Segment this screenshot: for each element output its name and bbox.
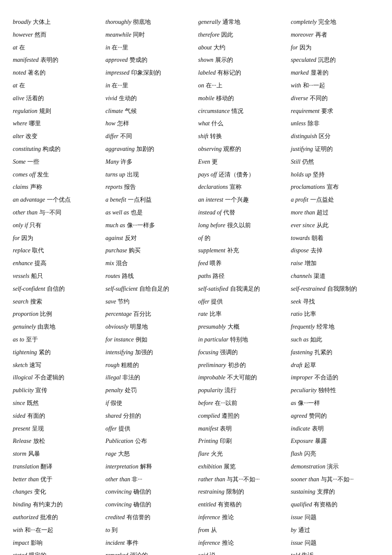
vocab-entry: popularity流行 — [198, 385, 287, 396]
vocab-english: such as — [291, 335, 309, 345]
vocab-chinese: 印刷 — [220, 436, 232, 446]
vocab-entry: labeled有标记的 — [198, 68, 287, 78]
vocab-english: generally — [198, 17, 221, 27]
vocab-entry: impressed印象深刻的 — [106, 68, 194, 78]
vocab-entry: replace取代 — [13, 246, 101, 256]
vocab-chinese: 有约束力的 — [33, 500, 63, 510]
vocab-entry: draft起草 — [291, 360, 380, 370]
vocab-entry: rage大怒 — [106, 449, 194, 459]
vocab-entry: sketch速写 — [13, 360, 101, 370]
vocab-english: convincing — [106, 500, 132, 510]
vocab-english: illogical — [13, 373, 33, 383]
vocab-entry: by通过 — [291, 525, 380, 535]
vocab-entry: Release放松 — [13, 436, 101, 446]
vocab-english: how — [106, 119, 115, 129]
vocab-chinese: 构成的 — [43, 144, 61, 154]
vocab-entry: credited有信誉的 — [106, 512, 194, 523]
vocab-chinese: 然而 — [35, 30, 46, 40]
vocab-entry: Exposure暴露 — [291, 436, 380, 446]
vocab-english: Publication — [106, 436, 133, 446]
vocab-entry: shown展示的 — [198, 55, 287, 65]
vocab-chinese: 补充 — [227, 246, 239, 256]
vocab-english: popularity — [198, 385, 223, 396]
vocab-english: qualified — [291, 500, 312, 510]
vocab-chinese: 问题 — [305, 538, 317, 548]
vocab-chinese: 表明的 — [40, 55, 58, 65]
vocab-entry: enhance提高 — [13, 258, 101, 269]
vocab-english: comes off — [13, 170, 35, 180]
vocab-english: for — [291, 43, 298, 53]
vocab-chinese: 流行 — [225, 385, 236, 396]
vocab-english: marked — [291, 68, 309, 78]
vocab-english: better than — [13, 474, 39, 485]
vocab-english: a profit — [291, 195, 308, 205]
vocab-english: Printing — [198, 436, 218, 446]
vocab-entry: entitled有资格的 — [198, 500, 287, 510]
vocab-english: self-sufficient — [106, 284, 138, 294]
vocab-chinese: 仍然 — [302, 157, 314, 167]
vocab-english: sooner than — [291, 474, 320, 485]
vocab-chinese: 优于 — [40, 474, 52, 485]
vocab-chinese: 出现 — [127, 170, 139, 180]
vocab-english: flare — [198, 449, 209, 459]
vocab-entry: proclamations宣布 — [291, 182, 380, 192]
vocab-entry: where哪里 — [13, 119, 101, 129]
vocab-english: since — [13, 398, 25, 408]
vocab-chinese: 解释 — [140, 462, 152, 472]
vocab-english: issue — [291, 512, 303, 523]
vocab-english: in particular — [198, 335, 228, 345]
vocab-entry: offer提供 — [106, 424, 194, 434]
vocab-entry: demonstration演示 — [291, 462, 380, 472]
vocab-english: instead of — [198, 208, 222, 218]
vocab-english: feed — [198, 258, 208, 269]
vocab-entry: illegal非法的 — [106, 373, 194, 383]
vocab-entry: in particular特别地 — [198, 335, 287, 345]
vocab-english: obviously — [106, 322, 129, 332]
vocab-chinese: 一点益处 — [310, 195, 334, 205]
vocab-english: intensifying — [106, 347, 133, 358]
vocab-chinese: 告诉 — [302, 550, 314, 555]
vocab-english: for — [13, 233, 20, 243]
vocab-english: supplement — [198, 246, 225, 256]
vocab-chinese: 规定的 — [29, 550, 46, 555]
vocab-entry: therefore因此 — [198, 30, 287, 40]
vocab-entry: qualified有资格的 — [291, 500, 380, 510]
vocab-entry: self-confident自信的 — [13, 284, 101, 294]
vocab-chinese: 一个兴趣 — [225, 195, 249, 205]
vocab-chinese: 像···一样多 — [127, 220, 156, 231]
vocab-english: incident — [106, 538, 125, 548]
vocab-chinese: 的 — [205, 233, 210, 243]
vocab-english: binding — [13, 500, 31, 510]
vocab-entry: illogical不合逻辑的 — [13, 373, 101, 383]
vocab-english: credited — [106, 512, 125, 523]
vocab-chinese: 节约 — [118, 297, 130, 307]
vocab-entry: such as如此 — [291, 335, 380, 345]
vocab-english: in — [106, 81, 110, 91]
vocab-entry: generally通常地 — [198, 17, 287, 27]
vocab-chinese: 通常地 — [222, 17, 240, 27]
vocab-entry: Many许多 — [106, 157, 194, 167]
vocab-entry: claims声称 — [13, 182, 101, 192]
vocab-chinese: 路线 — [122, 271, 134, 281]
vocab-chinese: 活着的 — [26, 93, 44, 104]
vocab-entry: search搜索 — [13, 297, 101, 307]
vocab-chinese: 放松 — [33, 436, 45, 446]
vocab-entry: turns up出现 — [106, 170, 194, 180]
vocab-entry: as像···一样 — [291, 398, 380, 408]
vocab-english: holds up — [291, 170, 311, 180]
vocab-entry: manifest表明 — [198, 424, 287, 434]
vocab-chinese: 非··· — [132, 474, 142, 485]
vocab-english: mix — [106, 258, 114, 269]
vocab-chinese: 有资格的 — [314, 500, 337, 510]
vocab-chinese: 加强的 — [135, 347, 153, 358]
vocab-english: exhibition — [198, 462, 222, 472]
vocab-english: aggravating — [106, 144, 135, 154]
vocab-english: pays off — [198, 170, 217, 180]
vocab-english: constituting — [13, 144, 41, 154]
vocab-chinese: 分担的 — [123, 411, 141, 421]
vocab-english: entitled — [198, 500, 216, 510]
vocab-english: with — [291, 81, 301, 91]
vocab-chinese: 暴露 — [315, 436, 327, 446]
vocab-entry: noted著名的 — [13, 68, 101, 78]
vocab-english: sided — [13, 411, 26, 421]
